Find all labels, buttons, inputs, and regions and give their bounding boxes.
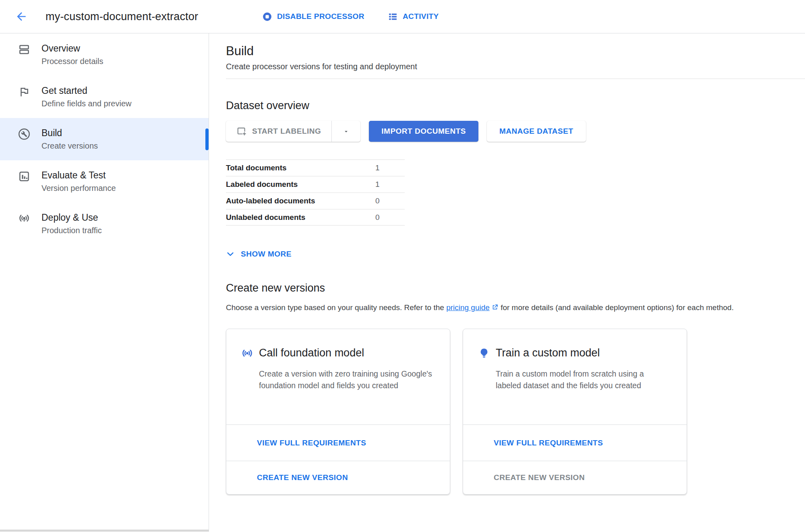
sidebar-item-title: Get started — [41, 85, 131, 97]
table-row: Labeled documents 1 — [226, 176, 405, 193]
dataset-actions-row: START LABELING IMPORT DOCUMENTS MANAGE D… — [226, 121, 805, 142]
sidebar-item-get-started[interactable]: Get started Define fields and preview — [0, 76, 209, 118]
sidebar-item-subtitle: Create versions — [41, 141, 98, 151]
stat-label: Labeled documents — [226, 180, 375, 189]
label-plus-icon — [236, 126, 247, 137]
caret-down-icon — [343, 128, 349, 135]
start-labeling-label: START LABELING — [252, 127, 321, 136]
sidebar-item-build[interactable]: Build Create versions — [0, 118, 209, 160]
show-more-button[interactable]: SHOW MORE — [226, 250, 292, 259]
sidebar-item-subtitle: Production traffic — [41, 225, 102, 236]
dataset-stats-table: Total documents 1 Labeled documents 1 Au… — [226, 159, 405, 226]
processor-title: my-custom-document-extractor — [46, 10, 198, 23]
train-custom-model-card: Train a custom model Train a custom mode… — [463, 329, 687, 495]
pricing-guide-link[interactable]: pricing guide — [446, 303, 490, 312]
back-button[interactable] — [13, 8, 29, 25]
view-full-requirements-link[interactable]: VIEW FULL REQUIREMENTS — [226, 424, 450, 461]
chevron-down-icon — [226, 250, 235, 259]
top-bar: my-custom-document-extractor DISABLE PRO… — [0, 0, 805, 33]
create-versions-description: Choose a version type based on your qual… — [226, 303, 805, 313]
table-row: Unlabeled documents 0 — [226, 209, 405, 226]
sidebar-item-title: Overview — [41, 42, 103, 55]
create-versions-heading: Create new versions — [226, 281, 805, 295]
sidebar-item-title: Deploy & Use — [41, 211, 102, 224]
sidebar-item-subtitle: Version performance — [41, 183, 116, 194]
call-foundation-model-card: Call foundation model Create a version w… — [226, 329, 450, 495]
create-new-version-link-disabled: CREATE NEW VERSION — [463, 461, 687, 494]
sidebar: Overview Processor details Get started D… — [0, 33, 209, 532]
create-new-version-link[interactable]: CREATE NEW VERSION — [226, 461, 450, 494]
activity-button[interactable]: ACTIVITY — [388, 12, 439, 22]
activity-label: ACTIVITY — [403, 12, 439, 21]
table-row: Auto-labeled documents 0 — [226, 193, 405, 209]
start-labeling-dropdown[interactable] — [331, 121, 360, 142]
sidebar-item-title: Evaluate & Test — [41, 169, 116, 182]
create-versions-section: Create new versions Choose a version typ… — [226, 281, 805, 495]
dataset-overview-heading: Dataset overview — [226, 99, 805, 112]
table-row: Total documents 1 — [226, 159, 405, 176]
card-title: Call foundation model — [259, 347, 364, 359]
stat-value: 1 — [375, 164, 405, 172]
page-subtitle: Create processor versions for testing an… — [226, 62, 805, 71]
stat-value: 0 — [375, 213, 405, 222]
stop-circle-icon — [262, 12, 272, 22]
main-content: Build Create processor versions for test… — [209, 33, 805, 532]
broadcast-icon — [241, 347, 253, 359]
sidebar-item-title: Build — [41, 127, 98, 139]
sidebar-item-deploy-use[interactable]: Deploy & Use Production traffic — [0, 203, 209, 245]
stacked-rows-icon — [18, 43, 30, 56]
version-cards-row: Call foundation model Create a version w… — [226, 329, 805, 495]
card-title: Train a custom model — [496, 347, 600, 359]
external-link-icon — [491, 304, 499, 311]
show-more-label: SHOW MORE — [241, 250, 292, 259]
arrow-left-icon — [15, 10, 28, 23]
sidebar-item-subtitle: Processor details — [41, 56, 103, 67]
disable-processor-label: DISABLE PROCESSOR — [277, 12, 364, 21]
dataset-overview-section: Dataset overview START LABELING — [226, 99, 805, 259]
sidebar-item-evaluate-test[interactable]: Evaluate & Test Version performance — [0, 160, 209, 203]
disable-processor-button[interactable]: DISABLE PROCESSOR — [262, 12, 364, 22]
stat-value: 0 — [375, 197, 405, 205]
card-description: Create a version with zero training usin… — [259, 368, 434, 391]
activity-list-icon — [388, 12, 398, 22]
sidebar-item-subtitle: Define fields and preview — [41, 98, 131, 109]
bar-chart-box-icon — [18, 170, 30, 182]
page-title: Build — [226, 44, 805, 58]
wrench-circle-icon — [18, 128, 30, 140]
lightbulb-icon — [478, 347, 490, 359]
stat-label: Total documents — [226, 164, 375, 172]
page-header: Build Create processor versions for test… — [226, 33, 805, 79]
view-full-requirements-link[interactable]: VIEW FULL REQUIREMENTS — [463, 424, 687, 461]
stat-label: Auto-labeled documents — [226, 197, 375, 205]
sidebar-bottom-divider — [0, 530, 209, 532]
manage-dataset-button[interactable]: MANAGE DATASET — [487, 121, 586, 142]
description-prefix: Choose a version type based on your qual… — [226, 303, 446, 312]
card-description: Train a custom model from scratch using … — [496, 368, 670, 391]
description-suffix: for more details (and available deployme… — [499, 303, 734, 312]
stat-label: Unlabeled documents — [226, 213, 375, 222]
import-documents-button[interactable]: IMPORT DOCUMENTS — [369, 121, 478, 142]
flag-icon — [18, 86, 30, 98]
sidebar-item-overview[interactable]: Overview Processor details — [0, 33, 209, 76]
stat-value: 1 — [375, 180, 405, 189]
start-labeling-button[interactable]: START LABELING — [226, 121, 331, 142]
broadcast-icon — [18, 213, 30, 225]
topbar-actions: DISABLE PROCESSOR ACTIVITY — [262, 12, 439, 22]
start-labeling-split-button: START LABELING — [226, 121, 360, 142]
